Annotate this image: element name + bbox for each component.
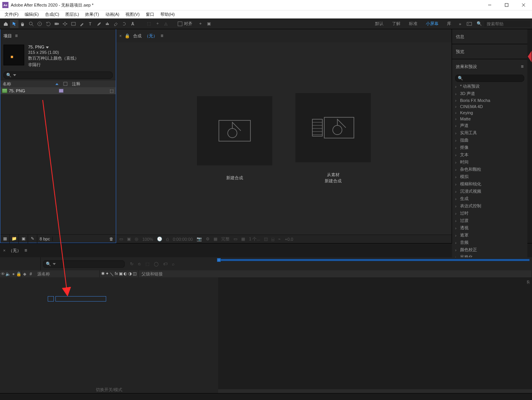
menu-file[interactable]: 文件(F) [2,11,22,18]
sw-collapse-icon[interactable]: ✦ [105,271,109,277]
mesh-tool-2[interactable]: ✦ [153,20,162,28]
effects-search[interactable]: 🔍 [455,75,524,82]
drop-target-2[interactable] [55,296,106,302]
col-audio-icon[interactable]: 🔈 [5,271,11,277]
sw-shy-icon[interactable]: ✱ [101,271,105,277]
tl-tool-4[interactable]: ◯ [154,262,158,267]
preset-item[interactable]: ›* 动画预设 [454,83,526,90]
pv-exposure[interactable]: +0.0 [285,237,293,242]
pv-res-icon[interactable]: ▭ [119,237,123,242]
pv-time[interactable]: 0:00:00:00 [173,237,193,242]
tl-tool-3[interactable]: ⬚ [145,262,149,267]
zoom-tool[interactable] [27,20,35,28]
pan-behind-tool[interactable] [61,20,69,28]
toggle-switches[interactable]: 切换开关/模式 [0,386,218,393]
menu-composition[interactable]: 合成(C) [42,11,62,18]
menu-effect[interactable]: 效果(T) [82,11,102,18]
clone-tool[interactable] [103,20,112,28]
preset-item[interactable]: ›Matte [454,116,526,122]
sw-mb-icon[interactable]: ◐ [123,271,127,277]
snap-icon-1[interactable]: ⌖ [198,21,203,27]
col-video-icon[interactable]: 👁 [0,271,5,277]
camera-tool[interactable] [52,20,61,28]
sw-3d-icon[interactable]: ◫ [133,271,137,277]
rectangle-tool[interactable] [69,20,78,28]
maximize-button[interactable] [498,0,515,10]
col-source-name[interactable]: 源名称 [34,271,53,277]
preset-item[interactable]: ›Boris FX Mocha [454,97,526,103]
sw-frame-icon[interactable]: ▣ [119,271,123,277]
sw-adjust-icon[interactable]: ◑ [128,271,132,277]
flyout-arrow-icon[interactable] [528,51,532,62]
menu-window[interactable]: 窗口 [143,11,157,18]
preset-item[interactable]: ›杂色和颗粒 [454,166,526,173]
menu-animation[interactable]: 动画(A) [102,11,123,18]
snap-icon-2[interactable]: ▣ [206,21,212,27]
pv-alpha-icon[interactable]: ▣ [127,237,131,242]
type-tool[interactable]: T [86,20,95,28]
tl-tool-1[interactable]: ↻ [130,262,133,267]
timeline-track-area[interactable]: ⎘ [218,277,532,393]
col-index[interactable]: # [27,272,34,276]
sw-quality-icon[interactable]: ＼ [110,271,114,277]
preset-item[interactable]: ›表达式控制 [454,202,526,210]
timeline-menu-icon[interactable]: ≡ [24,248,27,253]
tl-tool-6[interactable]: ⌕ [172,262,175,266]
asset-dropdown-icon[interactable] [46,47,49,48]
help-search-input[interactable] [484,21,530,27]
timeline-zoom-bar[interactable] [218,389,532,393]
menu-view[interactable]: 视图(V) [122,11,143,18]
preview-panel-tab[interactable]: 预览 [456,49,464,55]
mesh-tool-3[interactable]: ◬ [162,20,170,28]
project-search[interactable]: 🔍 [3,72,113,79]
pv-shot-icon[interactable]: ⎙ [166,237,169,242]
preset-item[interactable]: ›扭曲 [454,137,526,144]
tab-close-icon[interactable]: × [119,33,122,38]
pv-time-icon[interactable]: 🕓 [157,237,162,242]
asset-row[interactable]: 75. PNG ⬚ [0,87,116,94]
tl-tool-2[interactable]: ⎋ [138,262,141,266]
pv-layers-icon[interactable]: ⌸ [272,237,274,242]
asset-link-icon[interactable]: ⬚ [107,88,116,93]
tl-tool-5[interactable]: 🏷 [163,262,167,266]
preset-item[interactable]: ›声道 [454,122,526,129]
minimize-button[interactable] [481,0,498,10]
info-panel-tab[interactable]: 信息 [456,34,464,40]
workspace-learn[interactable]: 了解 [392,21,400,27]
preset-item[interactable]: ›过渡 [454,217,526,224]
effects-panel-tab[interactable]: 效果和预设 [456,64,477,70]
close-button[interactable] [515,0,532,10]
sync-icon[interactable] [465,20,474,28]
preset-item[interactable]: ›过时 [454,210,526,217]
preset-item[interactable]: ›3D 声道 [454,90,526,97]
preset-item[interactable]: ›CINEMA 4D [454,103,526,110]
col-comment[interactable]: 注释 [70,81,83,87]
align-checkbox[interactable] [178,22,182,26]
workspace-more[interactable]: » [455,22,465,26]
workspace-standard[interactable]: 标准 [409,21,417,27]
col-lock-icon[interactable]: 🔒 [16,271,22,277]
col-parent[interactable]: 父级和链接 [138,271,166,277]
orbit-tool[interactable] [35,20,44,28]
tl-tab-close-icon[interactable]: × [3,248,5,253]
menu-edit[interactable]: 编辑(E) [22,11,42,18]
workspace-default[interactable]: 默认 [375,21,384,27]
brush-tool[interactable] [95,20,103,28]
search-dropdown-icon[interactable] [53,263,56,265]
interpret-footage-icon[interactable]: ▦ [0,235,10,243]
effects-menu-icon[interactable]: ≡ [521,64,524,69]
pv-camera-icon[interactable]: 📷 [197,237,202,242]
preset-item[interactable]: ›时间 [454,158,526,166]
pv-draft-icon[interactable]: ⚙ [206,237,210,242]
lock-icon[interactable]: 🔒 [125,33,130,38]
preset-item[interactable]: ›透视 [454,224,526,232]
pv-graph-icon[interactable]: ⌁ [278,237,281,242]
pv-cameras[interactable]: 1 个... [249,236,260,242]
pv-3d-icon[interactable]: ◫ [264,237,268,242]
puppet-tool[interactable] [128,20,137,28]
pv-mask-icon[interactable]: ◎ [135,237,138,242]
pv-view-icon[interactable]: ▭ [233,237,237,242]
preset-item[interactable]: ›遮罩 [454,232,526,239]
timeline-search[interactable]: 🔍 [43,260,125,268]
col-name[interactable]: 名称 [0,81,61,87]
